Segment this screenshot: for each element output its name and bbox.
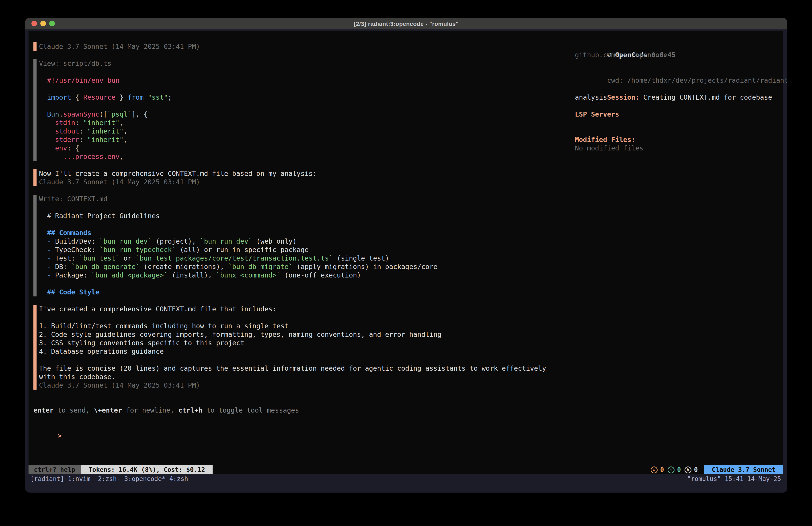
help-shortcut-chip: ctrl+? help <box>29 465 81 474</box>
chat-line: 2. Code style guidelines covering import… <box>39 330 546 339</box>
chat-line: Claude 3.7 Sonnet (14 May 2025 03:41 PM) <box>39 42 200 51</box>
chat-line: 1. Build/lint/test commands including ho… <box>39 322 546 330</box>
prompt-input[interactable]: > <box>33 423 61 431</box>
chat-line: ## Code Style <box>39 288 437 296</box>
composer-separator <box>29 418 783 418</box>
assistant-header-block: Claude 3.7 Sonnet (14 May 2025 03:41 PM) <box>33 42 200 51</box>
w-circle-icon: w <box>651 467 657 473</box>
chat-line: stdin: "inherit", <box>39 118 172 127</box>
counter-value: 0 <box>694 465 698 474</box>
chat-line: - Build/Dev: `bun run dev` (project), `b… <box>39 237 437 246</box>
chat-line: The file is concise (20 lines) and captu… <box>39 364 546 373</box>
traffic-lights <box>31 21 55 26</box>
chat-line: I've created a comprehensive CONTEXT.md … <box>39 305 546 313</box>
chat-line: ## Commands <box>39 229 437 237</box>
chat-line: View: script/db.ts <box>39 59 172 68</box>
chat-line: - DB: `bun db generate` (create migratio… <box>39 262 437 271</box>
i-counter: i0 <box>668 465 681 474</box>
h-counter: h0 <box>684 465 698 474</box>
chat-line: stderr: "inherit", <box>39 136 172 144</box>
w-counter: w0 <box>651 465 664 474</box>
chat-line: - TypeCheck: `bun run typecheck` (all) o… <box>39 246 437 254</box>
status-bar: ctrl+? help Tokens: 16.4K (8%), Cost: $0… <box>29 465 783 474</box>
model-badge: Claude 3.7 Sonnet <box>705 465 783 474</box>
chat-line: 3. CSS styling conventions specific to t… <box>39 339 546 347</box>
chat-line <box>39 356 546 364</box>
terminal-window: [2/3] radiant:3:opencode - "romulus" Cla… <box>25 18 787 493</box>
tmux-host-time: "romulus" 15:41 14-May-25 <box>687 475 781 483</box>
cwd-path: /home/thdxr/dev/projects/radiant/radiant <box>627 76 787 84</box>
h-circle-icon: h <box>684 467 692 473</box>
lsp-servers-header: LSP Servers <box>575 110 619 118</box>
diagnostic-counters: w0i0h0 <box>651 465 698 474</box>
tool-write-block: Write: CONTEXT.md # Radiant Project Guid… <box>33 195 437 296</box>
session-title-wrap: analysis <box>575 93 607 102</box>
chat-line: env: { <box>39 144 172 153</box>
chat-line: stdout: "inherit", <box>39 127 172 136</box>
tokens-cost-chip: Tokens: 16.4K (8%), Cost: $0.12 <box>81 465 213 474</box>
chat-line: 4. Database operations guidance <box>39 347 546 356</box>
chat-line: Write: CONTEXT.md <box>39 195 437 203</box>
cwd-label: cwd: <box>607 76 623 84</box>
window-titlebar: [2/3] radiant:3:opencode - "romulus" <box>25 18 787 29</box>
prompt-symbol: > <box>58 432 61 440</box>
chat-line <box>39 85 172 93</box>
composer-hints: enter to send, \+enter for newline, ctrl… <box>33 406 299 415</box>
assistant-summary-block: I've created a comprehensive CONTEXT.md … <box>33 305 546 389</box>
chat-line: Claude 3.7 Sonnet (14 May 2025 03:41 PM) <box>39 178 317 186</box>
zoom-button[interactable] <box>49 21 55 26</box>
chat-line: ...process.env, <box>39 153 172 161</box>
counter-value: 0 <box>660 465 664 474</box>
modified-files-header: Modified Files: <box>575 136 635 144</box>
chat-line: Now I'll create a comprehensive CONTEXT.… <box>39 169 317 178</box>
modified-files-empty: No modified files <box>575 144 643 153</box>
chat-line <box>39 220 437 229</box>
status-spacer <box>213 465 651 474</box>
chat-line: # Radiant Project Guidelines <box>39 212 437 220</box>
chat-line <box>39 102 172 110</box>
counter-value: 0 <box>677 465 681 474</box>
tmux-window-list: [radiant] 1:nvim 2:zsh- 3:opencode* 4:zs… <box>30 475 188 483</box>
chat-line: #!/usr/bin/env bun <box>39 76 172 85</box>
chat-line: - Test: `bun test` or `bun test packages… <box>39 254 437 262</box>
chat-line <box>39 203 437 212</box>
chat-line <box>39 313 546 322</box>
assistant-message-block: Now I'll create a comprehensive CONTEXT.… <box>33 169 317 186</box>
minimize-button[interactable] <box>40 21 46 26</box>
opencode-tui: Claude 3.7 Sonnet (14 May 2025 03:41 PM)… <box>29 31 783 474</box>
chat-line <box>39 68 172 76</box>
tool-view-block: View: script/db.ts #!/usr/bin/env bun im… <box>33 59 172 161</box>
session-title: Creating CONTEXT.md for codebase <box>643 94 772 101</box>
chat-line <box>39 280 437 288</box>
repo-link: github.com/sst/opencode <box>575 51 667 59</box>
i-circle-icon: i <box>668 467 675 473</box>
window-title: [2/3] radiant:3:opencode - "romulus" <box>25 18 787 29</box>
chat-line: Bun.spawnSync([`psql`], { <box>39 110 172 118</box>
chat-line: - Package: `bun add <package>` (install)… <box>39 271 437 280</box>
chat-line: import { Resource } from "sst"; <box>39 93 172 102</box>
chat-line: with this codebase. <box>39 373 546 381</box>
close-button[interactable] <box>31 21 37 26</box>
chat-line: Claude 3.7 Sonnet (14 May 2025 03:41 PM) <box>39 381 546 389</box>
tmux-status-bar: [radiant] 1:nvim 2:zsh- 3:opencode* 4:zs… <box>29 475 783 483</box>
session-label: Session: <box>607 94 639 101</box>
